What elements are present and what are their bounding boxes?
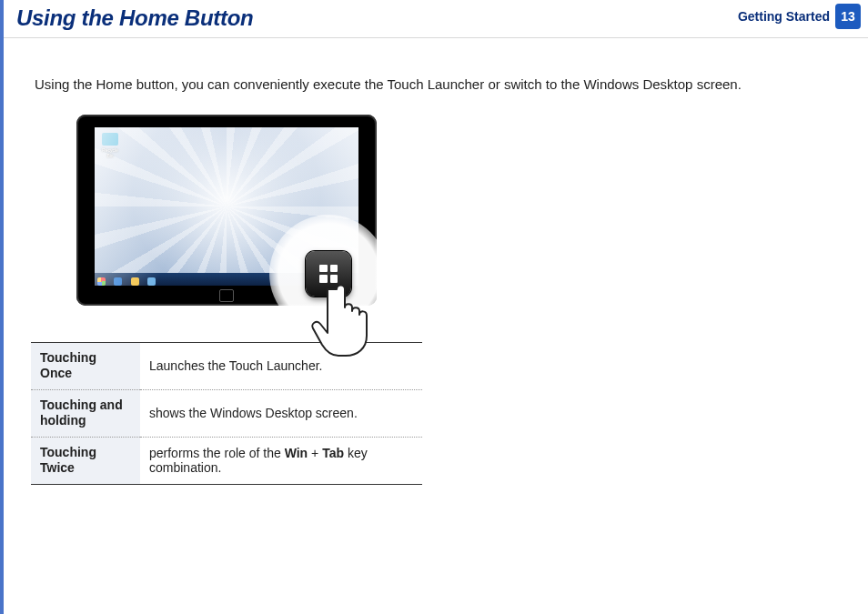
action-label: Touching Twice [31, 437, 140, 484]
desktop-shortcut-icon: Recycle Bin [100, 133, 120, 156]
taskbar-app-icon [114, 277, 122, 286]
table-row: Touching and holding shows the Windows D… [31, 389, 422, 437]
start-button-icon [97, 277, 106, 286]
action-description: shows the Windows Desktop screen. [140, 389, 422, 437]
action-label: Touching and holding [31, 389, 140, 437]
page-title: Using the Home Button [16, 5, 253, 31]
tablet-figure: Recycle Bin [76, 115, 377, 315]
touch-hand-icon [309, 277, 375, 358]
table-row: Touching Twice performs the role of the … [31, 437, 422, 484]
taskbar-app-icon [147, 277, 156, 286]
hardware-home-button [219, 289, 234, 302]
manual-page: Using the Home Button Getting Started 13… [0, 0, 868, 614]
actions-table: Touching Once Launches the Touch Launche… [31, 342, 422, 485]
page-header: Using the Home Button Getting Started 13 [4, 0, 868, 38]
section-name: Getting Started [738, 9, 830, 24]
header-right: Getting Started 13 [738, 4, 868, 29]
page-number-badge: 13 [835, 4, 861, 29]
action-label: Touching Once [31, 342, 140, 389]
taskbar-app-icon [131, 277, 139, 286]
intro-text: Using the Home button, you can convenien… [4, 38, 868, 109]
action-description: Launches the Touch Launcher. [140, 342, 422, 389]
action-description: performs the role of the Win + Tab key c… [140, 437, 422, 484]
